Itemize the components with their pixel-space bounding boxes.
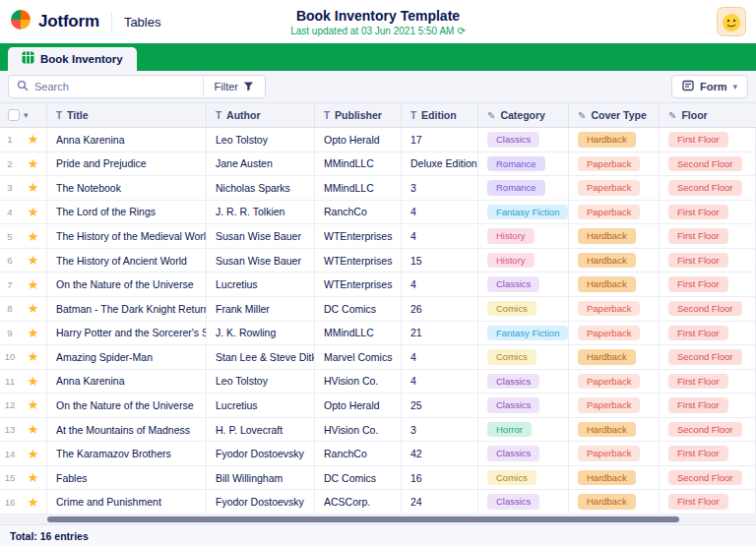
cell-floor[interactable]: Second Floor: [660, 176, 756, 200]
cell-cover-type[interactable]: Paperback: [569, 176, 660, 200]
cell-title[interactable]: On the Nature of the Universe: [47, 394, 207, 417]
cell-author[interactable]: Leo Tolstoy: [207, 128, 315, 152]
cell-category[interactable]: Comics: [478, 466, 569, 490]
cell-title[interactable]: At the Mountains of Madness: [47, 418, 207, 442]
cell-cover-type[interactable]: Paperback: [569, 322, 660, 345]
cell-author[interactable]: Susan Wise Bauer: [207, 249, 315, 273]
cell-edition[interactable]: 4: [402, 201, 478, 224]
cell-publisher[interactable]: Marvel Comics: [315, 345, 402, 369]
cell-category[interactable]: Classics: [478, 370, 569, 394]
cell-publisher[interactable]: RanchCo: [315, 442, 402, 465]
cell-author[interactable]: Frank Miller: [207, 297, 315, 321]
cell-author[interactable]: Fyodor Dostoevsky: [207, 442, 315, 465]
star-icon[interactable]: ★: [20, 345, 47, 369]
cell-floor[interactable]: First Floor: [660, 273, 756, 296]
cell-cover-type[interactable]: Hardback: [569, 345, 660, 369]
cell-cover-type[interactable]: Paperback: [569, 152, 660, 176]
star-icon[interactable]: ★: [20, 370, 47, 394]
cell-author[interactable]: Leo Tolstoy: [207, 370, 315, 394]
star-icon[interactable]: ★: [20, 442, 47, 465]
cell-floor[interactable]: Second Floor: [660, 418, 756, 442]
cell-title[interactable]: The History of the Medieval World: [47, 224, 207, 248]
cell-publisher[interactable]: WTEnterprises: [315, 224, 402, 248]
cell-title[interactable]: The History of Ancient World: [47, 249, 207, 273]
cell-edition[interactable]: Deluxe Edition: [402, 152, 478, 176]
cell-author[interactable]: Nicholas Sparks: [207, 176, 315, 200]
column-header-category[interactable]: ✎ Category: [478, 103, 569, 127]
cell-author[interactable]: Lucretius: [207, 394, 315, 417]
chevron-down-icon[interactable]: ▾: [24, 111, 29, 120]
cell-author[interactable]: Jane Austen: [207, 152, 315, 176]
cell-floor[interactable]: First Floor: [660, 322, 756, 345]
cell-publisher[interactable]: DC Comics: [315, 297, 402, 321]
cell-edition[interactable]: 3: [402, 176, 478, 200]
cell-cover-type[interactable]: Hardback: [569, 273, 660, 296]
cell-category[interactable]: Comics: [478, 297, 569, 321]
cell-cover-type[interactable]: Hardback: [569, 128, 660, 152]
cell-category[interactable]: Romance: [478, 152, 569, 176]
column-header-floor[interactable]: ✎ Floor: [660, 103, 756, 127]
cell-title[interactable]: The Notebook: [47, 176, 207, 200]
cell-publisher[interactable]: WTEnterprises: [315, 249, 402, 273]
cell-publisher[interactable]: Opto Herald: [315, 128, 402, 152]
star-icon[interactable]: ★: [20, 176, 47, 200]
cell-author[interactable]: Bill Willingham: [207, 466, 315, 490]
cell-category[interactable]: History: [478, 224, 569, 248]
cell-floor[interactable]: Second Floor: [660, 152, 756, 176]
form-button[interactable]: Form ▾: [671, 75, 748, 98]
cell-floor[interactable]: First Floor: [660, 394, 756, 417]
cell-publisher[interactable]: MMindLLC: [315, 152, 402, 176]
cell-title[interactable]: Pride and Prejudice: [47, 152, 207, 176]
cell-edition[interactable]: 4: [402, 345, 478, 369]
cell-title[interactable]: On the Nature of the Universe: [47, 273, 207, 296]
cell-publisher[interactable]: Opto Herald: [315, 394, 402, 417]
cell-publisher[interactable]: RanchCo: [315, 201, 402, 224]
filter-button[interactable]: Filter: [204, 76, 265, 97]
cell-category[interactable]: History: [478, 249, 569, 273]
column-header-edition[interactable]: T Edition: [402, 103, 478, 127]
column-header-cover[interactable]: ✎ Cover Type: [569, 103, 660, 127]
cell-floor[interactable]: Second Floor: [660, 345, 756, 369]
cell-edition[interactable]: 15: [402, 249, 478, 273]
cell-category[interactable]: Horror: [478, 418, 569, 442]
cell-category[interactable]: Classics: [478, 442, 569, 465]
column-header-title[interactable]: T Title: [47, 103, 207, 127]
star-icon[interactable]: ★: [20, 249, 47, 273]
search-box[interactable]: [9, 76, 203, 97]
cell-cover-type[interactable]: Hardback: [569, 418, 660, 442]
cell-category[interactable]: Fantasy Fiction: [478, 322, 569, 345]
star-icon[interactable]: ★: [20, 128, 47, 152]
cell-publisher[interactable]: ACSCorp.: [315, 490, 402, 514]
cell-title[interactable]: The Karamazov Brothers: [47, 442, 207, 465]
cell-cover-type[interactable]: Hardback: [569, 490, 660, 514]
cell-category[interactable]: Classics: [478, 273, 569, 296]
cell-floor[interactable]: First Floor: [660, 442, 756, 465]
cell-title[interactable]: Anna Karenina: [47, 128, 207, 152]
cell-cover-type[interactable]: Hardback: [569, 466, 660, 490]
cell-author[interactable]: Susan Wise Bauer: [207, 224, 315, 248]
cell-cover-type[interactable]: Paperback: [569, 201, 660, 224]
cell-publisher[interactable]: DC Comics: [315, 466, 402, 490]
cell-title[interactable]: Crime and Punishment: [47, 490, 207, 514]
cell-edition[interactable]: 26: [402, 297, 478, 321]
cell-author[interactable]: Fyodor Dostoevsky: [207, 490, 315, 514]
cell-edition[interactable]: 4: [402, 370, 478, 394]
cell-category[interactable]: Romance: [478, 176, 569, 200]
star-icon[interactable]: ★: [20, 224, 47, 248]
horizontal-scrollbar-track[interactable]: [0, 515, 756, 524]
star-icon[interactable]: ★: [20, 466, 47, 490]
search-input[interactable]: [34, 81, 195, 92]
cell-category[interactable]: Comics: [478, 345, 569, 369]
star-icon[interactable]: ★: [20, 394, 47, 417]
cell-floor[interactable]: First Floor: [660, 370, 756, 394]
star-icon[interactable]: ★: [20, 418, 47, 442]
cell-floor[interactable]: First Floor: [660, 249, 756, 273]
tab-book-inventory[interactable]: Book Inventory: [8, 47, 137, 71]
cell-publisher[interactable]: HVision Co.: [315, 370, 402, 394]
refresh-icon[interactable]: ⟳: [457, 26, 465, 36]
cell-publisher[interactable]: MMindLLC: [315, 176, 402, 200]
cell-author[interactable]: Stan Lee & Steve Ditko: [207, 345, 315, 369]
star-icon[interactable]: ★: [20, 297, 47, 321]
cell-edition[interactable]: 25: [402, 394, 478, 417]
cell-edition[interactable]: 3: [402, 418, 478, 442]
